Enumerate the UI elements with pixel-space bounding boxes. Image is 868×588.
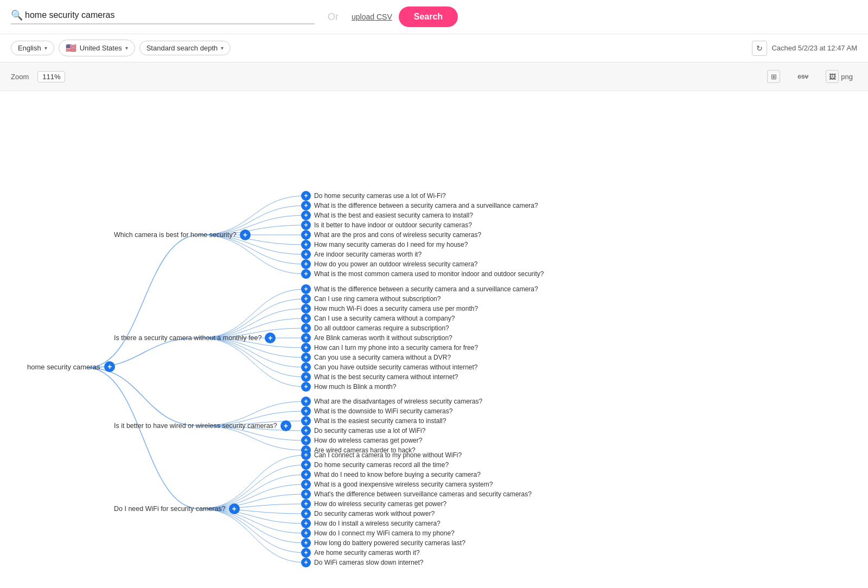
country-filter[interactable]: 🇺🇸 United States ▾ bbox=[59, 40, 135, 56]
language-filter[interactable]: English ▾ bbox=[11, 41, 54, 55]
leaf-expand-3-8[interactable]: + bbox=[301, 528, 311, 538]
zoom-value[interactable]: 111% bbox=[37, 71, 65, 82]
branch-label-1: Is there a security camera without a mon… bbox=[114, 334, 261, 342]
leaf-label-3-9: How long do battery powered security cam… bbox=[314, 539, 465, 547]
leaf-node-3-8: +How do I connect my WiFi camera to my p… bbox=[301, 528, 455, 538]
leaf-expand-0-6[interactable]: + bbox=[301, 250, 311, 259]
mindmap: home security cameras+Which camera is be… bbox=[0, 91, 760, 588]
root-expand[interactable]: + bbox=[104, 361, 115, 372]
filters-bar: English ▾ 🇺🇸 United States ▾ Standard se… bbox=[0, 34, 868, 62]
leaf-expand-2-1[interactable]: + bbox=[301, 406, 311, 416]
leaf-expand-3-2[interactable]: + bbox=[301, 470, 311, 480]
leaf-expand-3-10[interactable]: + bbox=[301, 548, 311, 558]
branch-expand-1[interactable]: + bbox=[265, 333, 276, 343]
leaf-expand-3-1[interactable]: + bbox=[301, 460, 311, 470]
depth-filter[interactable]: Standard search depth ▾ bbox=[139, 41, 231, 55]
leaf-expand-1-8[interactable]: + bbox=[301, 362, 311, 372]
leaf-node-1-9: +What is the best security camera withou… bbox=[301, 372, 458, 382]
leaf-expand-0-3[interactable]: + bbox=[301, 220, 311, 230]
leaf-node-3-1: +Do home security cameras record all the… bbox=[301, 460, 449, 470]
leaf-expand-1-9[interactable]: + bbox=[301, 372, 311, 382]
leaf-expand-2-4[interactable]: + bbox=[301, 436, 311, 445]
leaf-node-3-9: +How long do battery powered security ca… bbox=[301, 538, 465, 548]
leaf-expand-1-7[interactable]: + bbox=[301, 353, 311, 362]
leaf-node-1-2: +How much Wi-Fi does a security camera u… bbox=[301, 304, 478, 314]
search-input[interactable] bbox=[25, 10, 315, 20]
leaf-expand-3-6[interactable]: + bbox=[301, 509, 311, 519]
leaf-node-1-10: +How much is Blink a month? bbox=[301, 382, 396, 392]
leaf-node-0-0: +Do home security cameras use a lot of W… bbox=[301, 191, 446, 201]
leaf-label-0-8: What is the most common camera used to m… bbox=[314, 270, 544, 278]
leaf-expand-3-9[interactable]: + bbox=[301, 538, 311, 548]
leaf-expand-3-11[interactable]: + bbox=[301, 558, 311, 567]
leaf-label-2-1: What is the downside to WiFi security ca… bbox=[314, 407, 452, 415]
leaf-label-3-3: What is a good inexpensive wireless secu… bbox=[314, 481, 493, 488]
leaf-node-0-7: +How do you power an outdoor wireless se… bbox=[301, 259, 477, 269]
leaf-expand-1-6[interactable]: + bbox=[301, 343, 311, 353]
leaf-expand-1-4[interactable]: + bbox=[301, 323, 311, 333]
png-export-button[interactable]: 🖼 png bbox=[821, 68, 857, 85]
leaf-expand-2-2[interactable]: + bbox=[301, 416, 311, 426]
leaf-node-3-10: +Are home security cameras worth it? bbox=[301, 548, 420, 558]
leaf-expand-1-3[interactable]: + bbox=[301, 314, 311, 323]
leaf-node-1-6: +How can I turn my phone into a security… bbox=[301, 343, 478, 353]
leaf-expand-1-2[interactable]: + bbox=[301, 304, 311, 314]
leaf-label-3-5: How do wireless security cameras get pow… bbox=[314, 500, 446, 508]
leaf-node-0-2: +What is the best and easiest security c… bbox=[301, 210, 473, 220]
cached-label: Cached 5/2/23 at 12:47 AM bbox=[771, 44, 857, 52]
leaf-node-1-1: +Can I use ring camera without subscript… bbox=[301, 294, 441, 304]
leaf-label-3-2: What do I need to know before buying a s… bbox=[314, 471, 481, 478]
leaf-expand-0-1[interactable]: + bbox=[301, 201, 311, 210]
leaf-node-3-4: +What's the difference between surveilla… bbox=[301, 489, 532, 499]
leaf-expand-0-2[interactable]: + bbox=[301, 210, 311, 220]
leaf-expand-0-5[interactable]: + bbox=[301, 240, 311, 250]
table-view-button[interactable]: ⊞ bbox=[763, 68, 784, 85]
leaf-expand-0-0[interactable]: + bbox=[301, 191, 311, 201]
leaf-label-2-0: What are the disadvantages of wireless s… bbox=[314, 398, 482, 405]
leaf-expand-3-0[interactable]: + bbox=[301, 450, 311, 460]
branch-expand-0[interactable]: + bbox=[240, 229, 251, 240]
leaf-node-3-6: +Do security cameras work without power? bbox=[301, 509, 435, 519]
branch-label-0: Which camera is best for home security? bbox=[114, 231, 237, 239]
zoom-label: Zoom bbox=[11, 73, 29, 81]
search-button[interactable]: Search bbox=[399, 7, 458, 27]
leaf-label-1-9: What is the best security camera without… bbox=[314, 373, 458, 381]
branch-node-0: Which camera is best for home security?+ bbox=[114, 229, 251, 240]
leaf-label-1-7: Can you use a security camera without a … bbox=[314, 354, 451, 361]
upload-csv-link[interactable]: upload CSV bbox=[352, 12, 392, 21]
leaf-expand-3-3[interactable]: + bbox=[301, 480, 311, 489]
search-bar: 🔍 bbox=[11, 9, 315, 24]
leaf-label-1-8: Can you have outside security cameras wi… bbox=[314, 363, 478, 371]
root-label: home security cameras bbox=[27, 363, 100, 371]
leaf-expand-3-7[interactable]: + bbox=[301, 519, 311, 528]
leaf-expand-3-4[interactable]: + bbox=[301, 489, 311, 499]
leaf-node-0-6: +Are indoor security cameras worth it? bbox=[301, 250, 422, 259]
leaf-expand-0-7[interactable]: + bbox=[301, 259, 311, 269]
leaf-expand-2-0[interactable]: + bbox=[301, 397, 311, 406]
leaf-label-0-1: What is the difference between a securit… bbox=[314, 202, 538, 209]
leaf-expand-0-8[interactable]: + bbox=[301, 269, 311, 279]
leaf-label-0-0: Do home security cameras use a lot of Wi… bbox=[314, 192, 446, 200]
cached-icon: ↻ bbox=[752, 41, 767, 56]
leaf-label-1-0: What is the difference between a securit… bbox=[314, 285, 538, 293]
leaf-label-0-4: What are the pros and cons of wireless s… bbox=[314, 231, 481, 239]
leaf-node-2-1: +What is the downside to WiFi security c… bbox=[301, 406, 452, 416]
branch-expand-3[interactable]: + bbox=[229, 503, 240, 514]
branch-node-3: Do I need WiFi for security cameras?+ bbox=[114, 503, 240, 514]
leaf-expand-1-0[interactable]: + bbox=[301, 284, 311, 294]
language-label: English bbox=[18, 44, 41, 52]
leaf-label-3-4: What's the difference between surveillan… bbox=[314, 490, 532, 498]
leaf-expand-1-5[interactable]: + bbox=[301, 333, 311, 343]
leaf-node-0-5: +How many security cameras do I need for… bbox=[301, 240, 468, 250]
leaf-label-1-2: How much Wi-Fi does a security camera us… bbox=[314, 305, 478, 312]
leaf-expand-1-1[interactable]: + bbox=[301, 294, 311, 304]
leaf-expand-3-5[interactable]: + bbox=[301, 499, 311, 509]
root-node: home security cameras+ bbox=[27, 361, 115, 372]
csv-export-button[interactable]: csv bbox=[793, 71, 813, 82]
country-flag: 🇺🇸 bbox=[66, 43, 76, 53]
leaf-expand-1-10[interactable]: + bbox=[301, 382, 311, 392]
leaf-label-3-7: How do I install a wireless security cam… bbox=[314, 520, 441, 527]
branch-expand-2[interactable]: + bbox=[280, 420, 291, 431]
leaf-expand-0-4[interactable]: + bbox=[301, 230, 311, 240]
leaf-expand-2-3[interactable]: + bbox=[301, 426, 311, 436]
